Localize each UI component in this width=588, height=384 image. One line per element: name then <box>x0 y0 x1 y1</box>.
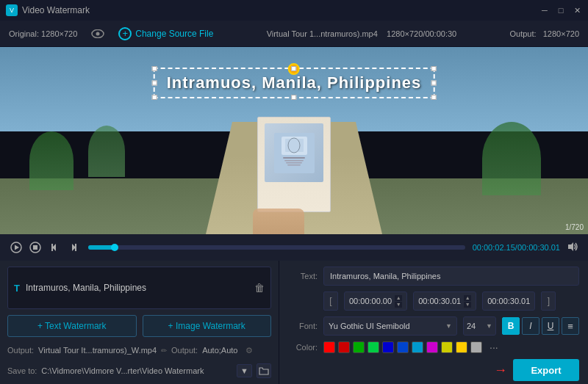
svg-marker-11 <box>15 245 19 250</box>
time-row: [ 00:00:00.00 ▲ ▼ 00:00:30.01 ▲ ▼ 00:00:… <box>288 291 579 311</box>
color-swatch[interactable] <box>382 341 394 353</box>
color-swatch[interactable] <box>368 341 379 353</box>
time-display: 00:00:02.15/00:00:30.01 <box>473 243 560 252</box>
watermark-list: T Intramuros, Manila, Philippines 🗑 <box>7 267 271 309</box>
card-image <box>265 123 323 182</box>
app-icon: V <box>6 4 18 16</box>
export-row: → Export <box>288 359 579 381</box>
close-button[interactable]: ✕ <box>572 5 582 15</box>
watermark-text: Intramuos, Manila, Philippines <box>167 73 422 93</box>
add-image-watermark-button[interactable]: + Image Watermark <box>143 315 272 337</box>
change-source-button[interactable]: + Change Source File <box>118 27 213 40</box>
volume-button[interactable] <box>567 242 579 254</box>
text-row: Text: <box>288 267 579 286</box>
time-total-field: 00:00:30.01 <box>482 291 535 311</box>
arrow-hint: → <box>494 363 507 378</box>
bold-button[interactable]: B <box>502 317 520 335</box>
output2-value: Auto;Auto <box>202 346 237 355</box>
output2-label: Output: <box>171 346 198 355</box>
svg-rect-9 <box>287 164 301 166</box>
plus-circle-icon: + <box>118 27 132 40</box>
size-select[interactable]: 24 ▼ <box>463 316 496 336</box>
color-swatch[interactable] <box>470 341 482 353</box>
text-input[interactable] <box>323 267 579 286</box>
spin-up[interactable]: ▲ <box>395 295 402 301</box>
spin-down2[interactable]: ▼ <box>464 302 471 308</box>
play-button[interactable] <box>9 240 24 255</box>
bracket-left-button[interactable]: [ <box>323 291 338 311</box>
watermark-item-label: Intramuros, Manila, Philippines <box>26 283 248 293</box>
color-swatch[interactable] <box>353 341 365 353</box>
time-to-field[interactable]: 00:00:30.01 ▲ ▼ <box>413 291 476 311</box>
timeline-bar: 00:00:02.15/00:00:30.01 <box>0 234 588 261</box>
tree-right <box>482 122 541 195</box>
right-panel: Text: [ 00:00:00.00 ▲ ▼ 00:00:30.01 ▲ ▼ <box>279 261 588 384</box>
progress-thumb[interactable] <box>111 244 118 251</box>
folder-button[interactable] <box>257 363 271 378</box>
save-path: C:\Vidmore\Vidmore V...rter\Video Waterm… <box>41 366 232 375</box>
corner-handle-tr[interactable] <box>431 66 436 71</box>
edit-output-icon[interactable]: ✏ <box>161 347 167 355</box>
eye-button[interactable] <box>89 25 107 43</box>
maximize-button[interactable]: □ <box>556 5 566 15</box>
corner-handle-br[interactable] <box>431 95 436 100</box>
app-title: Video Watermark <box>22 5 90 15</box>
watermark-delete-button[interactable]: 🗑 <box>254 282 265 294</box>
tree-left <box>29 131 74 190</box>
video-card <box>257 117 331 212</box>
color-swatch[interactable] <box>397 341 409 353</box>
time-from-value: 00:00:00.00 <box>349 297 392 305</box>
prev-frame-button[interactable] <box>47 240 62 255</box>
title-bar: V Video Watermark ─ □ ✕ <box>0 0 588 21</box>
font-select[interactable]: Yu Gothic UI Semibold ▼ <box>323 316 457 336</box>
color-swatch[interactable] <box>323 341 335 353</box>
save-label: Save to: <box>7 366 37 375</box>
font-row: Font: Yu Gothic UI Semibold ▼ 24 ▼ B I U… <box>288 316 579 336</box>
color-swatches <box>323 341 482 353</box>
corner-handle-tm[interactable] <box>291 66 296 71</box>
title-bar-left: V Video Watermark <box>6 4 90 16</box>
svg-rect-7 <box>284 160 304 162</box>
corner-handle-mr[interactable] <box>431 81 436 86</box>
output-value: Virtual Tour It...tramuros)_W.mp4 <box>38 346 157 355</box>
svg-rect-17 <box>75 244 76 251</box>
color-swatch[interactable] <box>412 341 423 353</box>
stop-button[interactable] <box>28 240 43 255</box>
gear-button[interactable]: ⚙ <box>242 343 257 358</box>
color-swatch[interactable] <box>441 341 453 353</box>
color-swatch[interactable] <box>456 341 467 353</box>
add-text-watermark-button[interactable]: + Text Watermark <box>7 315 137 337</box>
output-info: Output: 1280×720 <box>510 29 580 38</box>
spin-up2[interactable]: ▲ <box>464 295 471 301</box>
hand <box>253 209 304 234</box>
time-from-field[interactable]: 00:00:00.00 ▲ ▼ <box>344 291 407 311</box>
time-to-spinners: ▲ ▼ <box>464 295 471 308</box>
corner-handle-tl[interactable] <box>152 66 157 71</box>
minimize-button[interactable]: ─ <box>539 5 550 15</box>
color-swatch[interactable] <box>338 341 350 353</box>
font-name: Yu Gothic UI Semibold <box>329 322 410 330</box>
font-chevron-icon: ▼ <box>445 322 452 330</box>
time-total-value: 00:00:30.01 <box>487 297 530 305</box>
italic-button[interactable]: I <box>522 317 539 335</box>
bracket-right-button[interactable]: ] <box>541 291 556 311</box>
video-timestamp: 1/720 <box>565 223 584 231</box>
corner-handle-ml[interactable] <box>152 81 157 86</box>
text-label: Text: <box>288 272 318 280</box>
video-area[interactable]: Intramuos, Manila, Philippines 1/720 <box>0 47 588 234</box>
spin-down[interactable]: ▼ <box>395 302 402 308</box>
export-button[interactable]: Export <box>513 359 579 381</box>
underline-button[interactable]: U <box>542 317 559 335</box>
format-buttons: B I U ≡ <box>502 317 579 335</box>
more-colors-button[interactable]: ··· <box>490 341 498 353</box>
corner-handle-bl[interactable] <box>152 95 157 100</box>
progress-bar[interactable] <box>88 245 465 250</box>
svg-rect-6 <box>283 157 305 159</box>
corner-handle-bm[interactable] <box>291 95 296 100</box>
color-swatch[interactable] <box>426 341 438 353</box>
watermark-box[interactable]: Intramuos, Manila, Philippines <box>154 68 435 98</box>
folder-dropdown[interactable]: ▼ <box>237 364 252 377</box>
watermark-type-icon: T <box>14 283 20 294</box>
next-frame-button[interactable] <box>66 240 81 255</box>
strikethrough-button[interactable]: ≡ <box>562 317 579 335</box>
